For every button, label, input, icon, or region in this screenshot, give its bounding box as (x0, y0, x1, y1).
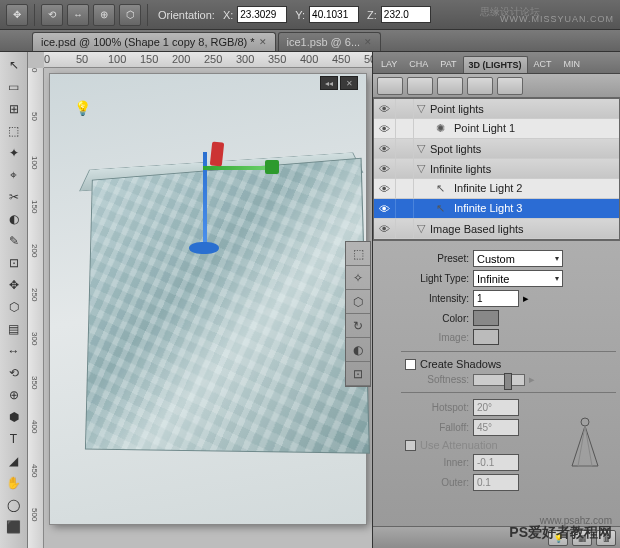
ice-cube-object[interactable] (85, 158, 370, 454)
light-type-icon: ↖ (436, 182, 450, 195)
panel-tab-3d-lights-[interactable]: 3D (LIGHTS) (463, 56, 528, 73)
light-row-1[interactable]: 👁✺Point Light 1 (374, 119, 619, 139)
light-label: Image Based lights (428, 223, 619, 235)
light-tool-2[interactable]: ⬡ (346, 290, 370, 314)
light-side-tools: ⬚✧⬡↻◐⊡ (345, 241, 371, 387)
light-row-2[interactable]: 👁▽Spot lights (374, 139, 619, 159)
light-row-6[interactable]: 👁▽Image Based lights (374, 219, 619, 239)
panel-tab-pat[interactable]: PAT (434, 55, 462, 73)
light-tool-1[interactable]: ✧ (346, 266, 370, 290)
tool-20[interactable]: ◯ (2, 494, 26, 516)
light-tool-4[interactable]: ◐ (346, 338, 370, 362)
doc-tab-0[interactable]: ice.psd @ 100% (Shape 1 copy 8, RGB/8) *… (32, 32, 276, 51)
tool-9[interactable]: ⊡ (2, 252, 26, 274)
sub-btn-5[interactable] (497, 77, 523, 95)
outer-label: Outer: (405, 477, 469, 488)
tool-8[interactable]: ✎ (2, 230, 26, 252)
softness-label: Softness: (405, 374, 469, 385)
visibility-eye-icon[interactable]: 👁 (374, 179, 396, 198)
light-label: Infinite lights (428, 163, 619, 175)
panel-tab-act[interactable]: ACT (528, 55, 558, 73)
tool-17[interactable]: T (2, 428, 26, 450)
hotspot-input: 20° (473, 399, 519, 416)
visibility-eye-icon[interactable]: 👁 (374, 199, 396, 218)
tool-16[interactable]: ⬢ (2, 406, 26, 428)
intensity-input[interactable]: 1 (473, 290, 519, 307)
bulb-icon: 💡 (74, 100, 91, 116)
light-row-3[interactable]: 👁▽Infinite lights (374, 159, 619, 179)
sub-btn-3[interactable] (437, 77, 463, 95)
canvas-area: 050100150200250300350400450500 050100150… (28, 52, 372, 548)
falloff-input: 45° (473, 419, 519, 436)
tool-6[interactable]: ✂ (2, 186, 26, 208)
tool-4[interactable]: ✦ (2, 142, 26, 164)
inner-input: -0.1 (473, 454, 519, 471)
sub-btn-1[interactable] (377, 77, 403, 95)
close-icon[interactable]: ✕ (259, 37, 267, 47)
tool-7[interactable]: ◐ (2, 208, 26, 230)
panel-tab-lay[interactable]: LAY (375, 55, 403, 73)
light-properties: ⬚✧⬡↻◐⊡ Preset:Custom Light Type:Infinite… (373, 240, 620, 526)
light-tool-0[interactable]: ⬚ (346, 242, 370, 266)
doc-tab-1[interactable]: ice1.psb @ 6...✕ (278, 32, 382, 51)
color-label: Color: (405, 313, 469, 324)
close-icon[interactable]: ✕ (364, 37, 372, 47)
x-value[interactable]: 23.3029 (237, 6, 287, 23)
falloff-label: Falloff: (405, 422, 469, 433)
sub-btn-2[interactable] (407, 77, 433, 95)
light-type-dropdown[interactable]: Infinite (473, 270, 563, 287)
tool-15[interactable]: ⊕ (2, 384, 26, 406)
tool-2[interactable]: ⊞ (2, 98, 26, 120)
light-tool-5[interactable]: ⊡ (346, 362, 370, 386)
stepper-icon: ▸ (529, 373, 535, 386)
tool-1[interactable]: ▭ (2, 76, 26, 98)
mode-icon-4[interactable]: ⬡ (119, 4, 141, 26)
tool-preset-icon[interactable]: ✥ (6, 4, 28, 26)
light-row-5[interactable]: 👁↖Infinite Light 3 (374, 199, 619, 219)
disclosure-triangle-icon[interactable]: ▽ (414, 142, 428, 155)
tool-19[interactable]: ✋ (2, 472, 26, 494)
visibility-eye-icon[interactable]: 👁 (374, 139, 396, 158)
visibility-eye-icon[interactable]: 👁 (374, 219, 396, 238)
document-canvas[interactable]: ◂◂ ✕ 💡 (50, 74, 366, 524)
outer-input: 0.1 (473, 474, 519, 491)
tool-0[interactable]: ↖ (2, 54, 26, 76)
tool-12[interactable]: ▤ (2, 318, 26, 340)
light-row-4[interactable]: 👁↖Infinite Light 2 (374, 179, 619, 199)
tool-10[interactable]: ✥ (2, 274, 26, 296)
canvas-ctrl-2[interactable]: ✕ (340, 76, 358, 90)
mode-icon-2[interactable]: ↔ (67, 4, 89, 26)
disclosure-triangle-icon[interactable]: ▽ (414, 222, 428, 235)
light-label: Point lights (428, 103, 619, 115)
preset-dropdown[interactable]: Custom (473, 250, 563, 267)
canvas-ctrl-1[interactable]: ◂◂ (320, 76, 338, 90)
panel-tab-cha[interactable]: CHA (403, 55, 434, 73)
mode-icon-1[interactable]: ⟲ (41, 4, 63, 26)
sub-btn-4[interactable] (467, 77, 493, 95)
tool-3[interactable]: ⬚ (2, 120, 26, 142)
disclosure-triangle-icon[interactable]: ▽ (414, 162, 428, 175)
tool-11[interactable]: ⬡ (2, 296, 26, 318)
tool-5[interactable]: ⌖ (2, 164, 26, 186)
light-tool-3[interactable]: ↻ (346, 314, 370, 338)
visibility-eye-icon[interactable]: 👁 (374, 99, 396, 118)
panel-tab-min[interactable]: MIN (558, 55, 587, 73)
visibility-eye-icon[interactable]: 👁 (374, 119, 396, 138)
tool-13[interactable]: ↔ (2, 340, 26, 362)
disclosure-triangle-icon[interactable]: ▽ (414, 102, 428, 115)
tool-14[interactable]: ⟲ (2, 362, 26, 384)
shadows-checkbox[interactable] (405, 359, 416, 370)
ruler-vertical: 050100150200250300350400450500 (28, 68, 44, 548)
mode-icon-3[interactable]: ⊕ (93, 4, 115, 26)
lights-scene-list[interactable]: 👁▽Point lights👁✺Point Light 1👁▽Spot ligh… (373, 98, 620, 240)
tools-palette: ↖▭⊞⬚✦⌖✂◐✎⊡✥⬡▤↔⟲⊕⬢T◢✋◯⬛ (0, 52, 28, 548)
tool-21[interactable]: ⬛ (2, 516, 26, 538)
stepper-icon[interactable]: ▸ (523, 292, 529, 305)
z-value[interactable]: 232.0 (381, 6, 431, 23)
visibility-eye-icon[interactable]: 👁 (374, 159, 396, 178)
orientation-label: Orientation: (158, 9, 215, 21)
color-swatch[interactable] (473, 310, 499, 326)
tool-18[interactable]: ◢ (2, 450, 26, 472)
y-value[interactable]: 40.1031 (309, 6, 359, 23)
light-row-0[interactable]: 👁▽Point lights (374, 99, 619, 119)
